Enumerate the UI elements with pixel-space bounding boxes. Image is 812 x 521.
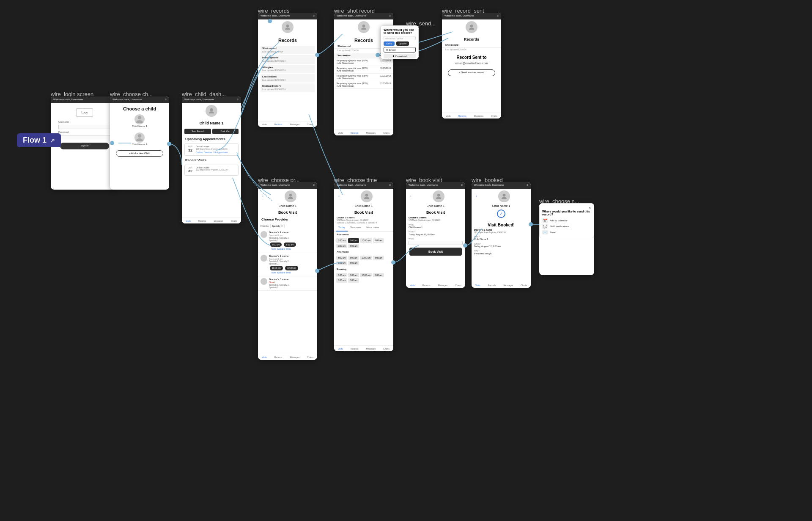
time-slot-11[interactable]: 8:00 am: [336, 261, 347, 265]
booked-nav-charts[interactable]: Charts: [521, 284, 527, 287]
cp-nav-records[interactable]: Records: [274, 356, 283, 359]
send-another-btn[interactable]: < Send another record: [448, 69, 495, 76]
provider-1[interactable]: Doctor's 1 name Open until 6 pm Specialt…: [258, 229, 317, 253]
prescriptions-item[interactable]: Prescriptions Last updated 12/34/2024: [261, 55, 315, 63]
tab-more-dates[interactable]: More dates: [364, 225, 381, 232]
records-nav-records[interactable]: Records: [274, 123, 283, 126]
notif-sms[interactable]: 💬 SMS notifications: [542, 223, 591, 229]
time-slot-14[interactable]: 8:00 am: [348, 273, 359, 278]
update-btn[interactable]: update: [396, 41, 409, 46]
recent-visit-card[interactable]: JAN 32 Doctor's name 123 Maple Street An…: [184, 165, 239, 176]
notif-close-btn[interactable]: ✕: [588, 206, 591, 210]
records-nav-visits[interactable]: Visits: [262, 123, 267, 126]
appointment-card[interactable]: AUG 32 Doctor's name 123 Maple Street An…: [184, 143, 239, 155]
username-input[interactable]: [58, 125, 111, 129]
time-slot-4[interactable]: 8:00 am: [373, 238, 384, 243]
cp-filter-select[interactable]: Specialty ▼: [270, 224, 285, 229]
shot-record-item[interactable]: Shot record Last updated 12/34/24: [261, 46, 315, 54]
child1-row[interactable]: Child Name 1: [110, 113, 169, 130]
send-dialog-inner: Where would you like to send this record…: [381, 25, 419, 59]
p2-time2[interactable]: 10:30 am: [285, 266, 298, 270]
cp-nav-messages[interactable]: Messages: [290, 356, 299, 359]
bv-back[interactable]: ‹: [408, 193, 414, 200]
send-email-input[interactable]: enter email / device: [384, 36, 416, 40]
time-slot-2[interactable]: 8:00 am: [348, 238, 359, 243]
bv-nav-records[interactable]: Records: [422, 284, 431, 287]
email-btn[interactable]: ✉ Email: [384, 47, 416, 52]
medical-history-item[interactable]: Medical History Last updated 12/34/2024: [261, 83, 315, 92]
bv-why-input[interactable]: [409, 241, 463, 245]
ct-back[interactable]: ‹: [336, 193, 342, 200]
provider-2-avatar: [261, 255, 267, 262]
cp-nav-visits[interactable]: Visits: [262, 356, 267, 359]
p2-more-times[interactable]: More available times: [269, 271, 299, 275]
cp-nav-charts[interactable]: Charts: [307, 356, 313, 359]
shot-nav-visits[interactable]: Visits: [338, 132, 343, 135]
allergies-item[interactable]: Allergies Last updated 12/34/2024: [261, 65, 315, 73]
bv-nav-messages[interactable]: Messages: [438, 284, 447, 287]
time-slot-18[interactable]: 8:00 am: [348, 278, 359, 283]
ct-nav-records[interactable]: Records: [351, 347, 359, 350]
send-record-btn[interactable]: Send Record: [184, 129, 211, 134]
send-btn[interactable]: Send: [384, 41, 395, 46]
rs-nav-records[interactable]: Records: [458, 115, 466, 118]
book-visit-btn[interactable]: Book Visit: [409, 248, 462, 256]
shot-nav-charts[interactable]: Charts: [383, 132, 390, 135]
time-slot-10[interactable]: 8:00 am: [373, 256, 384, 260]
booked-nav-messages[interactable]: Messages: [503, 284, 513, 287]
download-btn[interactable]: ⬇ Download: [384, 54, 416, 58]
notif-calendar[interactable]: 📅 Add to calendar: [542, 218, 591, 223]
ct-nav-messages[interactable]: Messages: [366, 347, 376, 350]
nav-charts[interactable]: Charts: [231, 220, 237, 223]
time-slot-12[interactable]: 8:00 am: [348, 261, 359, 265]
add-child-btn[interactable]: + Add a New Child: [116, 150, 163, 157]
time-slot-1[interactable]: 8:00 am: [336, 238, 347, 243]
time-slot-7[interactable]: 8:00 am: [336, 256, 347, 260]
time-slot-13[interactable]: 8:00 am: [336, 273, 347, 278]
time-slot-16[interactable]: 8:00 am: [373, 273, 384, 278]
shot-nav-messages[interactable]: Messages: [366, 132, 376, 135]
directions-btn[interactable]: Directions: [204, 152, 212, 154]
p1-time1[interactable]: 8:00 am: [270, 243, 282, 247]
p2-time1[interactable]: 10:00 am: [270, 266, 283, 270]
booked-nav-visits[interactable]: Visits: [475, 284, 480, 287]
time-slot-17[interactable]: 8:00 am: [336, 278, 347, 283]
ct-nav-visits[interactable]: Visits: [338, 347, 343, 350]
book-visit-btn[interactable]: Book Visit: [212, 129, 239, 134]
time-slot-9[interactable]: 10:00 am: [360, 256, 372, 260]
ct-nav-charts[interactable]: Charts: [383, 347, 390, 350]
child2-row[interactable]: Child Name 1: [110, 131, 169, 148]
rs-nav-messages[interactable]: Messages: [474, 115, 483, 118]
password-input[interactable]: [58, 135, 111, 139]
rs-nav-charts[interactable]: Charts: [491, 115, 497, 118]
shot-nav-records[interactable]: Records: [351, 132, 359, 135]
provider-2[interactable]: Doctor's 2 name Open until 6 pm Specialt…: [258, 253, 317, 276]
records-nav-messages[interactable]: Messages: [290, 123, 299, 126]
booked-nav-records[interactable]: Records: [488, 284, 496, 287]
p1-more-times[interactable]: More available times: [269, 247, 297, 251]
confirm-btn[interactable]: Confirm: [196, 152, 203, 154]
signin-btn[interactable]: Sign In: [60, 143, 109, 149]
tab-tomorrow[interactable]: Tomorrow: [348, 225, 364, 232]
time-slot-8[interactable]: 8:00 am: [348, 256, 359, 260]
booked-back[interactable]: ‹: [473, 193, 480, 200]
p1-time2[interactable]: 8:30 am: [284, 243, 296, 247]
nav-visits[interactable]: Visits: [186, 220, 191, 223]
notif-email[interactable]: ✉️ Email: [542, 229, 591, 235]
time-slot-3[interactable]: 10:00 am: [360, 238, 372, 243]
nav-records[interactable]: Records: [198, 220, 206, 223]
time-slot-15[interactable]: 10:00 am: [360, 273, 372, 278]
bv-nav-charts[interactable]: Charts: [455, 284, 461, 287]
rs-nav-visits[interactable]: Visits: [446, 115, 451, 118]
tab-today[interactable]: Today: [336, 225, 348, 232]
bv-nav-visits[interactable]: Visits: [410, 284, 415, 287]
time-slot-6[interactable]: 8:00 am: [348, 244, 359, 248]
nav-messages[interactable]: Messages: [214, 220, 223, 223]
time-slot-5[interactable]: 9:00 am: [336, 244, 347, 248]
svg-point-14: [470, 25, 473, 28]
records-nav-charts[interactable]: Charts: [307, 123, 313, 126]
flow-label[interactable]: Flow 1 ↗: [17, 133, 61, 147]
lab-results-item[interactable]: Lab Results Last updated 12/34/2024: [261, 74, 315, 83]
edit-appt-btn[interactable]: Edit Appointment: [214, 152, 228, 154]
cp-back-arrow[interactable]: ‹: [260, 193, 266, 200]
